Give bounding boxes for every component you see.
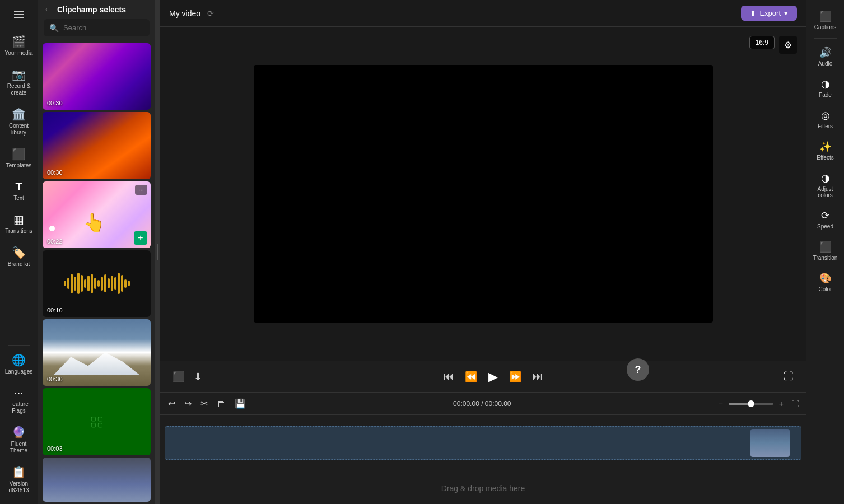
sidebar-item-version[interactable]: 📋 Versiond62f513 xyxy=(2,461,36,498)
media-item-4[interactable]: 00:10 xyxy=(43,250,151,317)
sidebar-item-label-text: Text xyxy=(13,195,24,202)
media-panel-header: ← Clipchamp selects xyxy=(38,0,155,19)
timeline-toolbar: ↩ ↪ ✂ 🗑 💾 00:00.00 / 00:00.00 − + ⛶ xyxy=(160,393,806,415)
fade-icon: ◑ xyxy=(821,78,830,90)
media-item-5[interactable]: 00:30 xyxy=(43,319,151,386)
download-button[interactable]: ⬇ xyxy=(190,367,206,386)
color-icon: 🎨 xyxy=(819,272,832,284)
sidebar-item-transitions[interactable]: ▦ Transitions xyxy=(2,208,36,239)
record-create-icon: 📷 xyxy=(12,68,26,81)
search-input[interactable] xyxy=(63,24,157,32)
help-button[interactable]: ? xyxy=(627,358,649,381)
cut-button[interactable]: ✂ xyxy=(197,396,211,411)
export-chevron-icon: ▾ xyxy=(784,9,788,17)
templates-icon: ⬛ xyxy=(12,147,26,161)
zoom-slider[interactable] xyxy=(729,403,773,405)
video-title: My video xyxy=(169,9,200,18)
right-panel-label-adjust-colors: Adjust colors xyxy=(811,186,840,198)
media-duration-1: 00:30 xyxy=(47,100,63,106)
sidebar-item-record-create[interactable]: 📷 Record &create xyxy=(2,63,36,101)
timeline-content: Drag & drop media here xyxy=(160,415,806,504)
media-grid: 00:30 00:30 ··· 00:22 + xyxy=(38,41,155,504)
save-clip-button[interactable]: 💾 xyxy=(231,396,249,411)
skip-back-button[interactable]: ⏮ xyxy=(440,367,457,386)
speed-icon: ⟳ xyxy=(821,209,829,222)
captions-toggle-button[interactable]: ⬛ xyxy=(169,367,188,386)
redo-button[interactable]: ↪ xyxy=(181,396,195,411)
timeline-clip-thumbnail xyxy=(750,429,790,457)
right-panel-item-transition[interactable]: ⬛ Transition xyxy=(809,236,842,265)
controls-bar: ⬛ ⬇ ⏮ ⏪ ▶ ⏩ ⏭ ⛶ xyxy=(160,361,806,392)
media-more-button-3[interactable]: ··· xyxy=(135,185,147,195)
zoom-out-button[interactable]: − xyxy=(715,398,726,409)
zoom-controls: − + xyxy=(715,398,787,409)
search-icon: 🔍 xyxy=(49,24,59,32)
languages-icon: 🌐 xyxy=(12,353,26,367)
sidebar-item-label-feature-flags: Feature Flags xyxy=(4,401,34,414)
transition-icon: ⬛ xyxy=(819,241,832,253)
right-panel-label-fade: Fade xyxy=(819,92,832,98)
sidebar-item-feature-flags[interactable]: ··· Feature Flags xyxy=(2,382,36,419)
clip-thumbnail-image xyxy=(750,429,790,457)
media-item-7[interactable] xyxy=(43,458,151,502)
search-bar: 🔍 ◆ xyxy=(44,19,150,36)
right-panel-item-audio[interactable]: 🔊 Audio xyxy=(809,42,842,71)
sidebar-item-label-content-library: Content library xyxy=(4,123,34,136)
timeline-clip[interactable] xyxy=(165,426,801,460)
audio-waveform-4 xyxy=(64,272,130,295)
right-panel-item-speed[interactable]: ⟳ Speed xyxy=(809,205,842,234)
expand-timeline-button[interactable]: ⛶ xyxy=(789,397,801,410)
right-panel-item-filters[interactable]: ◎ Filters xyxy=(809,105,842,134)
media-item-1[interactable]: 00:30 xyxy=(43,43,151,110)
top-bar: My video ⟳ ⬆ Export ▾ xyxy=(160,0,806,27)
preview-settings-button[interactable]: ⚙ xyxy=(779,36,797,54)
right-panel-label-captions: Captions xyxy=(814,24,836,30)
media-panel: ← Clipchamp selects 🔍 ◆ 00:30 00:30 ··· … xyxy=(38,0,156,504)
transitions-icon: ▦ xyxy=(13,213,24,226)
right-panel-label-filters: Filters xyxy=(818,123,833,129)
skip-forward-button[interactable]: ⏭ xyxy=(529,367,546,386)
sidebar-item-fluent-theme[interactable]: 🔮 Fluent Theme xyxy=(2,421,36,459)
right-panel-item-captions[interactable]: ⬛ Captions xyxy=(809,6,842,35)
sidebar-item-languages[interactable]: 🌐 Languages xyxy=(2,349,36,380)
sidebar-item-content-library[interactable]: 🏛️ Content library xyxy=(2,103,36,141)
zoom-in-button[interactable]: + xyxy=(776,398,787,409)
play-button[interactable]: ▶ xyxy=(485,366,501,388)
media-duration-6: 00:03 xyxy=(47,445,63,452)
sidebar-item-your-media[interactable]: 🎬 Your media xyxy=(2,30,36,61)
back-button[interactable]: ← xyxy=(44,4,53,15)
media-add-button-3[interactable]: + xyxy=(134,231,147,245)
sidebar-item-label-transitions: Transitions xyxy=(5,228,32,235)
right-panel-item-effects[interactable]: ✨ Effects xyxy=(809,136,842,165)
fullscreen-button[interactable]: ⛶ xyxy=(780,367,797,386)
media-item-6[interactable]: ▢ ▢▢ ▢ 00:03 xyxy=(43,388,151,455)
drag-drop-text: Drag & drop media here xyxy=(441,484,525,493)
media-duration-3: 00:22 xyxy=(47,238,63,245)
forward-button[interactable]: ⏩ xyxy=(506,367,525,386)
text-icon: T xyxy=(15,180,22,193)
rewind-button[interactable]: ⏪ xyxy=(461,367,481,386)
export-button[interactable]: ⬆ Export ▾ xyxy=(741,6,797,21)
sidebar-item-label-brand-kit: Brand kit xyxy=(8,261,30,268)
media-item-3[interactable]: ··· 00:22 + xyxy=(43,181,151,248)
hamburger-menu[interactable] xyxy=(2,4,36,25)
delete-button[interactable]: 🗑 xyxy=(213,396,229,411)
right-panel-label-transition: Transition xyxy=(813,255,838,261)
right-panel-item-color[interactable]: 🎨 Color xyxy=(809,268,842,297)
undo-button[interactable]: ↩ xyxy=(165,396,179,411)
export-icon: ⬆ xyxy=(750,9,756,17)
timeline-time-code: 00:00.00 / 00:00.00 xyxy=(453,400,511,408)
sidebar-item-brand-kit[interactable]: 🏷️ Brand kit xyxy=(2,241,36,272)
sidebar-item-label-record-create: Record &create xyxy=(7,83,31,96)
adjust-colors-icon: ◑ xyxy=(821,172,830,184)
media-item-2[interactable]: 00:30 xyxy=(43,112,151,179)
right-panel-item-fade[interactable]: ◑ Fade xyxy=(809,73,842,102)
feature-flags-icon: ··· xyxy=(14,386,24,399)
controls-right: ⛶ xyxy=(780,367,797,386)
sidebar-item-text[interactable]: T Text xyxy=(2,176,36,206)
panel-resize-handle[interactable] xyxy=(156,0,160,504)
sidebar-item-templates[interactable]: ⬛ Templates xyxy=(2,143,36,174)
filters-icon: ◎ xyxy=(821,109,830,122)
captions-icon: ⬛ xyxy=(819,10,832,22)
right-panel-item-adjust-colors[interactable]: ◑ Adjust colors xyxy=(809,167,842,203)
